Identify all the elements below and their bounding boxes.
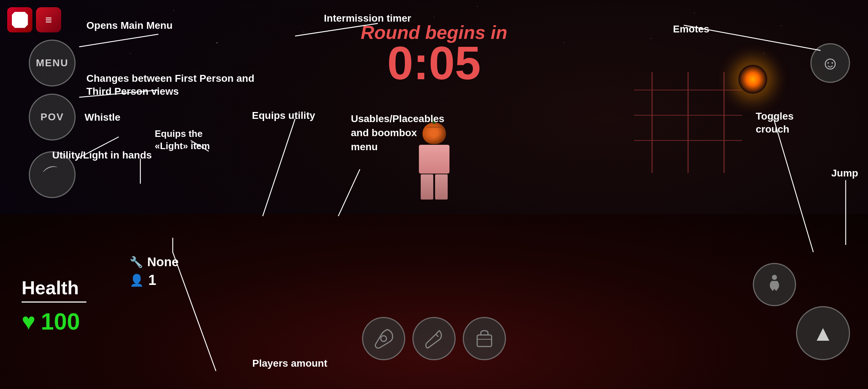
emotes-button[interactable]: ☺ [810,43,850,83]
svg-rect-8 [477,335,492,346]
player-torso [419,145,449,174]
bag-icon [474,328,495,349]
player-leg-right [435,174,448,200]
pumpkin-head [422,122,446,144]
bag-button[interactable] [463,317,506,360]
utility-wrench-icon [373,328,394,349]
player-head [421,122,447,144]
menu-button-label: MENU [36,57,68,69]
chat-button[interactable]: ≡ [36,7,61,32]
action-buttons [362,317,506,360]
player-legs [412,174,456,200]
svg-point-6 [381,336,386,341]
jump-icon: ▲ [812,321,833,346]
whistle-button[interactable]: ⌒ [29,151,76,198]
wrench-action-icon [423,328,445,349]
crouch-icon [764,274,785,295]
jump-button[interactable]: ▲ [796,306,850,360]
background-ground [0,214,868,389]
utility-button[interactable] [362,317,405,360]
pov-button[interactable]: POV [29,94,76,140]
chat-icon: ≡ [45,13,52,27]
pov-button-label: POV [40,111,64,123]
wrench-button[interactable] [412,317,456,360]
emote-icon: ☺ [821,53,839,73]
player-body [412,122,456,200]
player-character [412,122,456,200]
menu-button[interactable]: MENU [29,40,76,86]
whistle-icon: ⌒ [40,160,65,189]
player-leg-left [421,174,433,200]
firework-effect [738,65,767,94]
svg-point-10 [772,275,777,280]
crouch-button[interactable] [753,263,796,306]
